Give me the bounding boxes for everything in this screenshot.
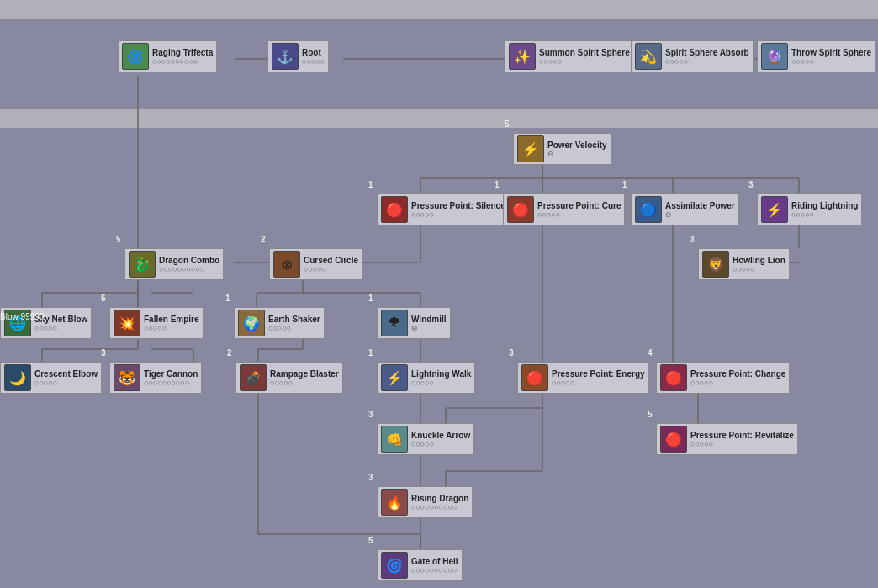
pp-revitalize-level: 5 [648, 410, 653, 419]
power-velocity-name: Power Velocity [547, 140, 607, 151]
howling-lion-level: 3 [690, 235, 695, 244]
crescent-elbow-name: Crescent Elbow [34, 369, 98, 379]
raging-trifecta-name: Raging Trifecta [152, 48, 213, 58]
shura-header [0, 109, 878, 128]
pp-revitalize-icon: 🔴 [660, 426, 687, 453]
rampage-blaster-dots: ○○○○○ [270, 379, 339, 387]
riding-lightning-level: 3 [748, 180, 754, 189]
earth-shaker-dots: ○○○○○ [268, 325, 320, 332]
pp-change-level: 4 [648, 348, 653, 358]
root-name: Root [302, 48, 325, 58]
skill-fallen-empire[interactable]: 💥Fallen Empire○○○○○ [109, 307, 204, 339]
cursed-circle-name: Cursed Circle [304, 256, 358, 266]
dragon-combo-level: 5 [116, 235, 121, 244]
tiger-cannon-name: Tiger Cannon [144, 369, 198, 379]
howling-lion-dots: ○○○○○ [733, 266, 785, 273]
power-velocity-level: 5 [505, 119, 510, 129]
assimilate-name: Assimilate Power [665, 201, 735, 211]
cursed-circle-dots: ○○○○○ [304, 266, 358, 273]
gate-of-hell-dots: ○○○○○○○○○○ [411, 567, 458, 575]
howling-lion-icon: 🦁 [702, 251, 729, 278]
rising-dragon-dots: ○○○○○○○○○○ [411, 504, 468, 511]
rampage-blaster-name: Rampage Blaster [270, 369, 339, 379]
rampage-blaster-level: 2 [227, 348, 232, 358]
lightning-walk-dots: ○○○○○ [411, 379, 471, 387]
skill-pp-cure[interactable]: 🔴Pressure Point: Cure○○○○○ [503, 193, 625, 225]
skill-rampage-blaster[interactable]: 💣Rampage Blaster○○○○○ [235, 362, 343, 394]
earth-shaker-icon: 🌍 [238, 310, 265, 336]
dragon-combo-name: Dragon Combo [159, 256, 220, 266]
skill-rising-dragon[interactable]: 🔥Rising Dragon○○○○○○○○○○ [377, 486, 473, 518]
lightning-walk-name: Lightning Walk [411, 369, 471, 379]
summon-spirit-name: Summon Spirit Sphere [539, 48, 630, 58]
pp-change-dots: ○○○○○ [690, 379, 785, 387]
assimilate-dots: ⊖ [665, 211, 735, 219]
skill-knuckle-arrow[interactable]: 👊Knuckle Arrow○○○○○ [377, 423, 474, 455]
pp-energy-dots: ○○○○○ [552, 379, 645, 387]
skill-pp-silence[interactable]: 🔴Pressure Point: Silence○○○○○ [377, 193, 510, 225]
earth-shaker-name: Earth Shaker [268, 315, 320, 325]
skill-tiger-cannon[interactable]: 🐯Tiger Cannon○○○○○○○○○○ [109, 362, 202, 394]
skill-assimilate[interactable]: 🔵Assimilate Power⊖ [631, 193, 739, 225]
assimilate-level: 1 [622, 180, 627, 189]
raging-trifecta-dots: ○○○○○○○○○○ [152, 58, 213, 66]
dragon-combo-dots: ○○○○○○○○○○ [159, 266, 220, 273]
skill-summon-spirit[interactable]: ✨Summon Spirit Sphere○○○○○ [505, 40, 634, 72]
summon-spirit-dots: ○○○○○ [539, 58, 630, 66]
pp-silence-dots: ○○○○○ [411, 211, 505, 219]
earth-shaker-level: 1 [225, 294, 230, 303]
knuckle-arrow-dots: ○○○○○ [411, 441, 470, 448]
pp-energy-icon: 🔴 [521, 364, 548, 391]
knuckle-arrow-icon: 👊 [381, 426, 408, 453]
skill-earth-shaker[interactable]: 🌍Earth Shaker○○○○○ [234, 307, 325, 339]
skill-windmill[interactable]: 🌪Windmill⊖ [377, 307, 451, 339]
windmill-icon: 🌪 [381, 310, 408, 336]
skill-root[interactable]: ⚓Root○○○○○ [267, 40, 329, 72]
pp-revitalize-name: Pressure Point: Revitalize [690, 431, 794, 441]
pp-revitalize-dots: ○○○○○ [690, 441, 794, 448]
skill-gate-of-hell[interactable]: 🌀Gate of Hell○○○○○○○○○○ [377, 549, 463, 581]
root-icon: ⚓ [272, 43, 299, 70]
gate-of-hell-level: 5 [368, 536, 373, 545]
rising-dragon-level: 3 [368, 473, 373, 482]
cursed-circle-icon: ⊗ [273, 251, 300, 278]
knuckle-arrow-name: Knuckle Arrow [411, 431, 470, 441]
windmill-level: 1 [368, 294, 373, 303]
root-dots: ○○○○○ [302, 58, 325, 66]
skill-dragon-combo[interactable]: 🐉Dragon Combo○○○○○○○○○○ [124, 248, 224, 280]
skill-pp-energy[interactable]: 🔴Pressure Point: Energy○○○○○ [517, 362, 649, 394]
throw-spirit-name: Throw Spirit Sphere [791, 48, 871, 58]
pp-change-name: Pressure Point: Change [690, 369, 785, 379]
skill-cursed-circle[interactable]: ⊗Cursed Circle○○○○○ [269, 248, 362, 280]
pp-cure-icon: 🔴 [507, 196, 534, 223]
spirit-absorb-name: Spirit Sphere Absorb [665, 48, 749, 58]
crescent-elbow-icon: 🌙 [4, 364, 31, 391]
pp-silence-icon: 🔴 [381, 196, 408, 223]
howling-lion-name: Howling Lion [733, 256, 785, 266]
riding-lightning-icon: ⚡ [761, 196, 788, 223]
skill-throw-spirit[interactable]: 🔮Throw Spirit Sphere○○○○○ [757, 40, 875, 72]
fallen-empire-icon: 💥 [114, 310, 140, 336]
pp-energy-name: Pressure Point: Energy [552, 369, 645, 379]
sky-net-blow-dots: ○○○○○ [34, 325, 87, 332]
pp-cure-dots: ○○○○○ [537, 211, 621, 219]
skill-lightning-walk[interactable]: ⚡Lightning Walk○○○○○ [377, 362, 475, 394]
cursed-circle-level: 2 [261, 235, 266, 244]
skill-riding-lightning[interactable]: ⚡Riding Lightning○○○○○ [757, 193, 862, 225]
skill-howling-lion[interactable]: 🦁Howling Lion○○○○○ [698, 248, 790, 280]
skill-crescent-elbow[interactable]: 🌙Crescent Elbow○○○○○ [0, 362, 102, 394]
skill-raging-trifecta[interactable]: 🌀Raging Trifecta○○○○○○○○○○ [118, 40, 217, 72]
skill-pp-change[interactable]: 🔴Pressure Point: Change○○○○○ [656, 362, 790, 394]
pp-cure-level: 1 [495, 180, 500, 189]
power-velocity-dots: ⊖ [547, 151, 607, 158]
skill-pp-revitalize[interactable]: 🔴Pressure Point: Revitalize○○○○○ [656, 423, 798, 455]
riding-lightning-name: Riding Lightning [791, 201, 858, 211]
tiger-cannon-icon: 🐯 [114, 364, 140, 391]
rising-dragon-icon: 🔥 [381, 489, 408, 516]
windmill-dots: ⊖ [411, 325, 447, 332]
skill-spirit-absorb[interactable]: 💫Spirit Sphere Absorb○○○○○ [631, 40, 754, 72]
pp-change-icon: 🔴 [660, 364, 687, 391]
skill-power-velocity[interactable]: ⚡Power Velocity⊖ [513, 133, 611, 165]
riding-lightning-dots: ○○○○○ [791, 211, 858, 219]
pp-silence-level: 1 [368, 180, 373, 189]
